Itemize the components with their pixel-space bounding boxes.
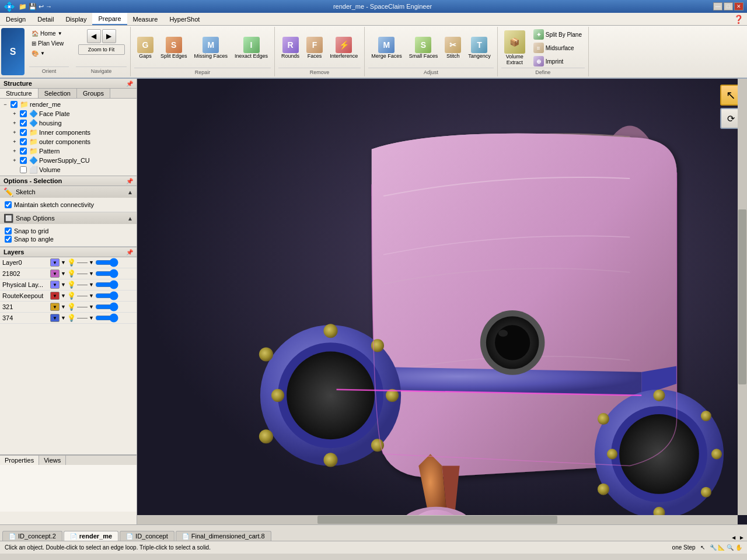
split-by-plane-button[interactable]: ✦ Split By Plane [530,28,585,41]
layer-color-21802[interactable]: ▼ [50,270,60,278]
tab-views[interactable]: Views [39,456,66,465]
tree-item-render_me[interactable]: − 📁 render_me [0,100,137,109]
check-inner-components[interactable] [20,129,27,136]
expand-face-plate[interactable]: + [11,111,19,117]
expand-render_me[interactable]: − [1,102,9,107]
check-render_me[interactable] [11,101,18,108]
app-logo[interactable]: S [1,28,25,75]
viewport-scrollbar-horizontal[interactable] [137,515,738,524]
layer-visibility-321[interactable]: 💡 [67,303,76,311]
merge-faces-button[interactable]: M Merge Faces [368,35,405,61]
layer-visibility-physical[interactable]: 💡 [67,281,76,289]
tab-selection[interactable]: Selection [39,89,77,98]
tab-id-concept2[interactable]: 📄 ID_concept.2 [2,531,62,541]
small-faces-button[interactable]: S Small Faces [406,35,441,61]
close-button[interactable]: ✕ [734,2,743,10]
layer-dropdown-374[interactable]: ▼ [61,315,66,321]
home-button[interactable]: 🏠 Home ▼ [29,29,65,38]
menu-design[interactable]: Design [0,13,32,25]
tangency-button[interactable]: T Tangency [465,35,494,61]
tab-structure[interactable]: Structure [0,89,39,98]
expand-housing[interactable]: + [11,120,19,126]
snap-angle-checkbox[interactable] [5,236,12,243]
check-face-plate[interactable] [20,110,27,117]
layer-color-321[interactable]: ▼ [50,303,60,311]
options-pin-button[interactable]: 📌 [126,178,133,184]
window-controls[interactable]: — □ ✕ [713,2,743,10]
tree-item-inner-components[interactable]: + 📁 Inner components [0,128,137,137]
imprint-button[interactable]: ⊕ Imprint [530,55,585,68]
check-outer-components[interactable] [20,138,27,145]
tree-item-pattern[interactable]: + 📁 Pattern [0,146,137,156]
snap-collapse-icon[interactable]: ▲ [127,215,133,222]
check-housing[interactable] [20,120,27,127]
layer-visibility-21802[interactable]: 💡 [67,270,76,278]
stitch-button[interactable]: ✂ Stitch [442,35,464,61]
layer-color-374[interactable]: ▼ [50,314,60,322]
snap-grid-checkbox[interactable] [5,228,12,235]
menu-measure[interactable]: Measure [127,13,164,25]
gaps-button[interactable]: G Gaps [134,35,156,61]
plan-view-button[interactable]: ⊞ Plan View [29,39,66,48]
rounds-button[interactable]: R Rounds [278,35,302,61]
layer-visibility-routekeeout[interactable]: 💡 [67,292,76,300]
layer-color-physical[interactable]: ▼ [50,281,60,289]
tab-properties[interactable]: Properties [0,456,39,465]
layer-dropdown-routekeeout[interactable]: ▼ [61,293,66,299]
menu-hypershot[interactable]: HyperShot [163,13,205,25]
tab-id-concept[interactable]: 📄 ID_concept [120,531,174,541]
expand-pattern[interactable]: + [11,148,19,154]
layer-color-routekeeout[interactable]: ▼ [50,292,60,300]
interference-button[interactable]: ⚡ Interference [327,35,361,61]
check-pattern[interactable] [20,148,27,155]
view-mode-button[interactable]: 🎨 ▼ [29,49,47,58]
tree-item-housing[interactable]: + 🔷 housing [0,118,137,128]
scrollbar-thumb-v[interactable] [738,209,746,384]
tree-item-face-plate[interactable]: + 🔷 Face Plate [0,109,137,118]
tab-render-me[interactable]: 📄 render_me [64,531,118,541]
expand-powersupply[interactable]: + [11,158,19,163]
layer-dropdown-321[interactable]: ▼ [61,304,66,310]
layer-color-layer0[interactable]: ▼ [50,258,60,267]
layer-opacity-321[interactable] [95,302,118,312]
layer-opacity-374[interactable] [95,313,118,323]
scrollbar-thumb-h[interactable] [317,516,558,524]
structure-pin-button[interactable]: 📌 [126,80,133,87]
layer-opacity-physical[interactable] [95,280,118,289]
layer-dropdown-21802[interactable]: ▼ [61,271,66,276]
layer-visibility-layer0[interactable]: 💡 [67,258,76,267]
check-powersupply[interactable] [20,157,27,164]
midsurface-button[interactable]: ≡ Midsurface [530,41,585,54]
zoom-fit-button[interactable]: Zoom to Fit [78,44,125,55]
layer-dropdown-layer0[interactable]: ▼ [61,260,66,265]
inexact-edges-button[interactable]: I Inexact Edges [232,35,271,61]
menu-prepare[interactable]: Prepare [92,13,127,25]
help-icon[interactable]: ❓ [734,15,743,24]
expand-inner-components[interactable]: + [11,130,19,135]
sketch-section-header[interactable]: ✏️ Sketch ▲ [0,186,137,198]
tab-groups[interactable]: Groups [77,89,110,98]
tree-item-volume[interactable]: ⬜ Volume [0,165,137,174]
split-edges-button[interactable]: S Split Edges [158,35,190,61]
expand-outer-components[interactable]: + [11,139,19,145]
tab-nav-left[interactable]: ◄ [731,534,736,541]
tab-final-dimensioned[interactable]: 📄 Final_dimensioned_cart.8 [176,531,271,541]
menu-display[interactable]: Display [60,13,92,25]
layers-pin-button[interactable]: 📌 [126,249,133,256]
nav-forward-button[interactable]: ▶ [102,29,116,43]
faces-button[interactable]: F Faces [303,35,326,61]
sketch-collapse-icon[interactable]: ▲ [127,189,133,195]
layer-opacity-layer0[interactable] [95,258,118,267]
layer-visibility-374[interactable]: 💡 [67,314,76,322]
maximize-button[interactable]: □ [724,2,733,10]
layer-opacity-21802[interactable] [95,269,118,278]
check-volume[interactable] [20,166,27,173]
tab-nav-right[interactable]: ► [739,534,745,541]
viewport[interactable]: ↖ ⟳ [137,79,747,524]
home-dropdown-icon[interactable]: ▼ [58,31,62,36]
missing-faces-button[interactable]: M Missing Faces [191,35,231,61]
viewport-scrollbar-vertical[interactable] [738,79,747,515]
volume-extract-button[interactable]: 📦 Volume Extract [501,29,528,67]
sketch-connectivity-checkbox[interactable] [5,201,12,208]
tree-item-powersupply[interactable]: + 🔷 PowerSupply_CU [0,156,137,165]
